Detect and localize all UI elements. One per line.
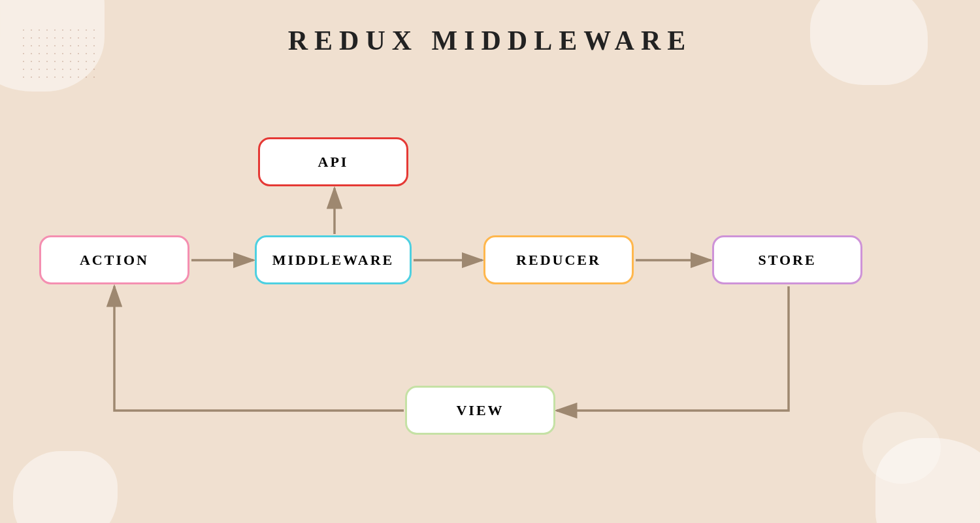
- arrow-store-to-view: [557, 286, 789, 411]
- action-label: ACTION: [80, 252, 149, 269]
- middleware-label: MIDDLEWARE: [272, 252, 394, 269]
- box-middleware: MIDDLEWARE: [255, 235, 412, 284]
- box-action: ACTION: [39, 235, 189, 284]
- box-api: API: [258, 137, 408, 186]
- box-store: STORE: [712, 235, 862, 284]
- store-label: STORE: [758, 252, 816, 269]
- reducer-label: REDUCER: [516, 252, 601, 269]
- view-label: VIEW: [456, 402, 504, 419]
- arrows-svg: [0, 85, 980, 523]
- arrow-view-to-action: [114, 286, 404, 411]
- page-title: REDUX MIDDLEWARE: [0, 25, 980, 56]
- diagram: ACTION MIDDLEWARE API REDUCER STORE VIEW: [0, 85, 980, 523]
- box-reducer: REDUCER: [483, 235, 634, 284]
- box-view: VIEW: [405, 386, 555, 435]
- api-label: API: [318, 154, 349, 171]
